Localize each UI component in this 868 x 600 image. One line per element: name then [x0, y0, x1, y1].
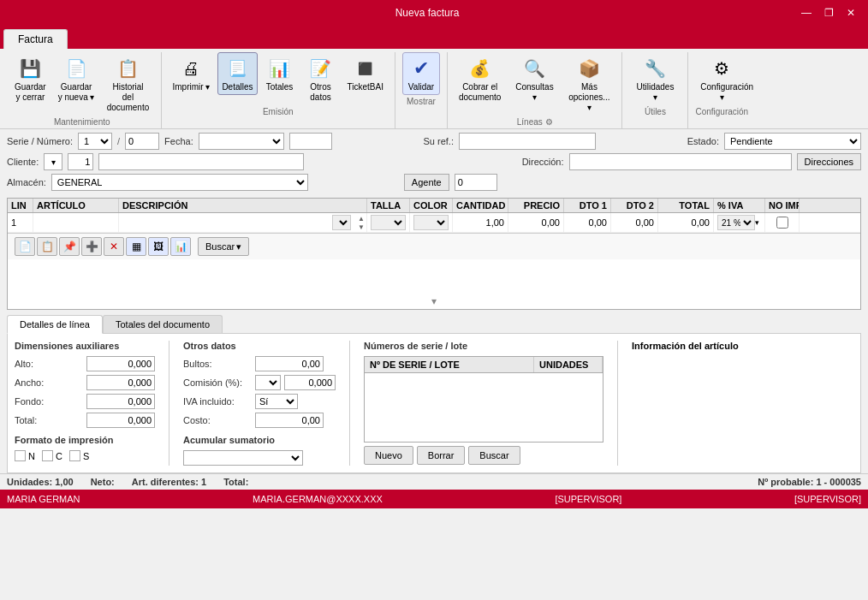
imprimir-button[interactable]: 🖨 Imprimir ▾ — [169, 52, 215, 95]
otros-datos-button[interactable]: 📝 Otrosdatos — [302, 52, 340, 105]
agente-button[interactable]: Agente — [404, 174, 449, 191]
ticketbai-button[interactable]: ⬛ TicketBAI — [343, 52, 388, 95]
agente-input[interactable] — [455, 174, 497, 191]
consultas-icon: 🔍 — [520, 55, 548, 82]
dto2-input[interactable] — [613, 217, 654, 228]
fecha-input[interactable] — [289, 133, 332, 150]
ancho-input[interactable] — [86, 375, 155, 390]
format-c-checkbox[interactable] — [42, 450, 53, 461]
copy-line-button[interactable]: 📋 — [37, 237, 57, 256]
ticketbai-label: TicketBAI — [348, 82, 383, 92]
tab-totales-documento[interactable]: Totales del documento — [103, 315, 223, 333]
precio-input[interactable] — [510, 217, 560, 228]
serie-select[interactable]: 1 — [78, 133, 112, 150]
th-noimp: NO IMP. — [765, 199, 800, 212]
paste-line-button[interactable]: 📌 — [59, 237, 80, 256]
color-select[interactable] — [413, 215, 449, 230]
consultas-button[interactable]: 🔍 Consultas ▾ — [508, 52, 560, 105]
format-n-text: N — [28, 451, 35, 461]
acumular-section: Acumular sumatorio — [183, 435, 336, 466]
guardar-nueva-button[interactable]: 📄 Guardary nueva ▾ — [54, 52, 99, 105]
close-button[interactable]: ✕ — [841, 4, 861, 21]
neto-label: Neto: — [91, 477, 115, 487]
almacen-select[interactable]: GENERAL — [51, 174, 308, 191]
noimp-checkbox[interactable] — [776, 217, 788, 229]
total-dim-input[interactable] — [86, 413, 155, 428]
guardar-cerrar-button[interactable]: 💾 Guardary cerrar — [10, 52, 51, 105]
formato-section: Formato de impresión N C S — [15, 435, 155, 461]
restore-button[interactable]: ❐ — [818, 4, 839, 21]
fondo-input[interactable] — [86, 394, 155, 409]
acumular-select[interactable] — [183, 450, 303, 466]
minimize-button[interactable]: — — [796, 4, 817, 21]
grid-btn1[interactable]: ▦ — [126, 237, 146, 256]
search-button[interactable]: Buscar ▾ — [198, 237, 249, 256]
chart-btn[interactable]: 📊 — [170, 237, 191, 256]
mas-opciones-button[interactable]: 📦 Másopciones... ▾ — [563, 52, 615, 116]
series-header: Nº DE SERIE / LOTE UNIDADES — [365, 357, 603, 373]
cobrar-documento-button[interactable]: 💰 Cobrar eldocumento — [455, 52, 505, 105]
detalles-button[interactable]: 📃 Detalles — [217, 52, 257, 95]
info-articulo-section: Información del artículo — [632, 341, 853, 466]
scroll-arrows[interactable]: ▲ ▼ — [358, 215, 365, 231]
numero-input[interactable] — [125, 133, 159, 150]
estado-label: Estado: — [687, 136, 719, 146]
series-title: Números de serie / lote — [364, 341, 603, 351]
td-precio[interactable] — [508, 213, 564, 232]
direcciones-button[interactable]: Direcciones — [797, 153, 861, 170]
totales-button[interactable]: 📊 Totales — [261, 52, 299, 95]
estado-select[interactable]: Pendiente — [724, 133, 861, 150]
configuracion-label: Configuración ▾ — [700, 82, 743, 103]
buscar-button[interactable]: Buscar — [468, 446, 520, 465]
tab-factura[interactable]: Factura — [3, 29, 68, 49]
cantidad-input[interactable] — [455, 217, 504, 228]
new-line-button[interactable]: 📄 — [15, 237, 35, 256]
iva-select[interactable]: 21 % — [717, 215, 755, 230]
neto-status: Neto: — [91, 477, 115, 487]
bultos-input[interactable] — [255, 356, 324, 371]
descripcion-input[interactable] — [122, 217, 345, 228]
total-dim-row: Total: — [15, 413, 155, 428]
borrar-button[interactable]: Borrar — [417, 446, 466, 465]
td-dto1[interactable] — [564, 213, 611, 232]
td-noimp[interactable] — [765, 213, 800, 232]
desc-dropdown[interactable] — [332, 215, 351, 230]
cliente-dropdown-btn[interactable]: ▾ — [44, 153, 62, 170]
iva-incluido-select[interactable]: Sí No — [255, 394, 298, 409]
td-iva[interactable]: 21 % ▾ — [714, 213, 765, 232]
image-btn[interactable]: 🖼 — [148, 237, 169, 256]
costo-input[interactable] — [255, 413, 324, 428]
td-dto2[interactable] — [611, 213, 658, 232]
comision-input[interactable] — [284, 375, 336, 390]
td-articulo[interactable] — [33, 213, 119, 232]
fecha-select[interactable] — [199, 133, 284, 150]
direccion-input[interactable] — [569, 153, 792, 170]
utilidades-button[interactable]: 🔧 Utilidades ▾ — [629, 52, 681, 105]
dto1-input[interactable] — [566, 217, 607, 228]
tab-detalles-linea[interactable]: Detalles de línea — [7, 315, 103, 334]
talla-select[interactable] — [371, 215, 406, 230]
td-cantidad[interactable] — [453, 213, 508, 232]
td-talla[interactable] — [367, 213, 410, 232]
scroll-down-arrow[interactable]: ▼ — [358, 223, 365, 231]
nuevo-button[interactable]: Nuevo — [364, 446, 413, 465]
format-options-row: N C S — [15, 450, 155, 461]
delete-line-button[interactable]: ✕ — [104, 237, 124, 256]
format-s-checkbox[interactable] — [69, 450, 80, 461]
comision-select[interactable] — [255, 375, 281, 390]
form-row-1: Serie / Número: 1 / Fecha: Su ref.: Esta… — [7, 133, 861, 150]
td-total: 0,00 — [658, 213, 714, 232]
articulo-input[interactable] — [37, 217, 117, 228]
insert-line-button[interactable]: ➕ — [81, 237, 102, 256]
td-color[interactable] — [410, 213, 453, 232]
historial-button[interactable]: 📋 Historial deldocumento — [103, 52, 154, 116]
cliente-name-input[interactable]: MARIA GERMAN TRIGO — [98, 153, 304, 170]
configuracion-button[interactable]: ⚙ Configuración ▾ — [696, 52, 747, 105]
format-n-checkbox[interactable] — [15, 450, 26, 461]
validar-button[interactable]: ✔ Validar — [402, 52, 440, 95]
scroll-up-arrow[interactable]: ▲ — [358, 215, 365, 223]
suref-input[interactable] — [459, 133, 596, 150]
comision-row: Comisión (%): — [183, 375, 336, 390]
alto-input[interactable] — [86, 356, 155, 371]
cliente-num-input[interactable] — [68, 153, 93, 170]
